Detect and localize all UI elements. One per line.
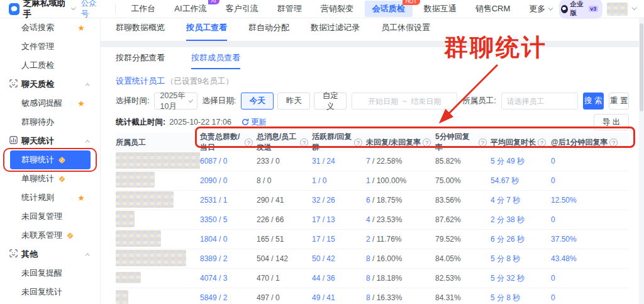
nav-item-5[interactable]: 会话质检HOT xyxy=(365,1,413,17)
scrollbar-thumb[interactable] xyxy=(640,23,643,111)
active-groups-cell-value[interactable]: 44 / 36 xyxy=(312,274,335,283)
sidebar-item-2[interactable]: 人工质检 xyxy=(0,56,100,75)
set-statistics-staff-link[interactable]: 设置统计员工 xyxy=(116,76,165,87)
unreplied-count[interactable]: 6 xyxy=(366,196,370,205)
unreplied-count[interactable]: 8 xyxy=(366,274,370,283)
unreplied-count[interactable]: 8 xyxy=(366,293,370,302)
total-groups-cell-value[interactable]: 4074 / 3 xyxy=(200,274,227,283)
nav-item-7[interactable]: 销售CRM xyxy=(468,1,518,17)
tab-群自动分配[interactable]: 群自动分配 xyxy=(248,22,289,41)
active-groups-cell-value[interactable]: 1 / 0 xyxy=(312,176,326,185)
total-groups-cell-value[interactable]: 2531 / 1 xyxy=(200,196,227,205)
avg-reply-time-cell-value[interactable]: 5 分 32 秒 xyxy=(491,274,525,283)
sidebar-item-13[interactable]: 未回复提醒 xyxy=(0,264,100,283)
total-groups-cell-value[interactable]: 1804 / 0 xyxy=(200,235,227,244)
unreplied-count[interactable]: 1 xyxy=(366,176,370,185)
staff-select-input[interactable] xyxy=(501,93,578,110)
total-groups-cell-value[interactable]: 5849 / 2 xyxy=(200,293,227,302)
active-groups-cell-value[interactable]: 32 / 26 xyxy=(312,196,335,205)
at-reply-rate-cell-value[interactable]: 0 xyxy=(551,176,555,185)
active-groups-cell-value[interactable]: 17 / 13 xyxy=(312,215,335,224)
account-type-link[interactable]: 公众号 xyxy=(81,0,102,20)
sidebar-item-9[interactable]: 统计规则★ xyxy=(0,188,100,207)
nav-item-6[interactable]: 数据互通 xyxy=(416,1,464,17)
export-button[interactable]: 导 出 xyxy=(594,114,629,130)
info-icon[interactable]: ? xyxy=(609,138,618,147)
sidebar-item-1[interactable]: 文件管理 xyxy=(0,37,100,56)
tab-员工休假设置[interactable]: 员工休假设置 xyxy=(381,22,430,41)
at-reply-rate-cell-value[interactable]: 43.48% xyxy=(551,254,577,263)
at-reply-rate-cell-value[interactable]: 0 xyxy=(551,293,555,302)
sidebar-section-12[interactable]: 其他 xyxy=(0,245,100,264)
sidebar-item-11[interactable]: 未联系管理 xyxy=(0,226,100,245)
sidebar-item-8[interactable]: 单聊统计 xyxy=(0,169,100,188)
search-button[interactable]: 搜 索 xyxy=(583,93,604,110)
chevron-down-icon[interactable] xyxy=(632,6,637,11)
active-groups-cell-value[interactable]: 17 / 15 xyxy=(312,235,335,244)
nav-item-1[interactable]: AI工作流AI xyxy=(167,1,214,17)
sidebar-item-0[interactable]: 会话搜索★ xyxy=(0,18,100,37)
unreplied-count[interactable]: 8 xyxy=(366,254,370,263)
stats-deadline-value: 2025-10-22 17:06 xyxy=(169,118,231,127)
sidebar-item-4[interactable]: 敏感词提醒★ xyxy=(0,94,100,113)
employee-name-cell xyxy=(116,250,200,268)
tab-群聊数据概览[interactable]: 群聊数据概览 xyxy=(116,22,165,41)
nav-item-3[interactable]: 群管理 xyxy=(270,1,309,17)
chevron-down-icon xyxy=(548,5,553,10)
at-reply-rate-cell-value[interactable]: 37.50% xyxy=(551,235,577,244)
total-groups-cell-value[interactable]: 3350 / 5 xyxy=(200,215,227,224)
at-reply-rate-cell-value[interactable]: 0 xyxy=(551,215,555,224)
reset-button[interactable]: 重 置 xyxy=(609,93,629,110)
info-icon[interactable]: ? xyxy=(538,138,546,147)
nav-item-2[interactable]: 客户引流 xyxy=(218,1,266,17)
avatar[interactable] xyxy=(607,3,628,16)
tab-按员工查看[interactable]: 按员工查看 xyxy=(186,22,227,41)
date-button-0[interactable]: 今天 xyxy=(241,93,274,110)
at-reply-rate-cell-value[interactable]: 0 xyxy=(551,274,555,283)
avg-reply-time-cell-value[interactable]: 5 分 8 秒 xyxy=(491,254,520,263)
avg-reply-time-cell-value[interactable]: 54.67 秒 xyxy=(491,176,519,185)
info-icon[interactable]: ? xyxy=(300,138,308,147)
active-groups-cell-value[interactable]: 49 / 41 xyxy=(312,293,335,302)
info-icon[interactable]: ? xyxy=(423,138,431,147)
total-groups-cell-value[interactable]: 6087 / 0 xyxy=(200,157,227,166)
avg-reply-time-cell-value[interactable]: 5 分 49 秒 xyxy=(491,157,525,166)
info-icon[interactable]: ? xyxy=(245,138,253,147)
avg-reply-time-cell-value[interactable]: 2 分 38 秒 xyxy=(491,215,525,224)
total-messages-cell: 226 / 66 xyxy=(257,215,312,224)
nav-item-4[interactable]: 营销裂变 xyxy=(313,1,361,17)
nav-item-8[interactable]: 更多 xyxy=(521,1,559,17)
total-groups-cell-value[interactable]: 2090 / 0 xyxy=(200,176,227,185)
sidebar-item-7[interactable]: 群聊统计 xyxy=(10,150,91,169)
refresh-control[interactable]: 更新 xyxy=(242,117,267,128)
sidebar-section-3[interactable]: 聊天质检 xyxy=(0,75,100,94)
unreplied-count[interactable]: 4 xyxy=(366,215,370,224)
sidebar-item-14[interactable]: 未回复统计 xyxy=(0,283,100,301)
avg-reply-time-cell-value[interactable]: 4 分 7 秒 xyxy=(491,196,520,205)
avg-reply-time-cell-value[interactable]: 6 分 26 秒 xyxy=(491,235,525,244)
brand-switcher[interactable]: 芝麻私域助手 公众号 xyxy=(0,0,108,20)
total-messages-cell-value: 226 / 66 xyxy=(257,215,284,224)
total-groups-cell-value[interactable]: 8389 / 2 xyxy=(200,254,227,263)
sidebar-item-10[interactable]: 未回复管理 xyxy=(0,207,100,226)
month-select[interactable]: 2025年10月 xyxy=(154,93,197,110)
subtab-按群分配查看[interactable]: 按群分配查看 xyxy=(116,52,165,69)
date-button-1[interactable]: 昨天 xyxy=(277,93,310,110)
subtab-按群成员查看[interactable]: 按群成员查看 xyxy=(191,52,240,69)
tab-数据过滤记录[interactable]: 数据过滤记录 xyxy=(311,22,360,41)
sidebar-item-5[interactable]: 群聊待办 xyxy=(0,113,100,132)
unreplied-count[interactable]: 2 xyxy=(366,235,370,244)
active-groups-cell-value[interactable]: 31 / 24 xyxy=(312,157,335,166)
unreplied-count[interactable]: 7 xyxy=(366,157,370,166)
date-range-input[interactable] xyxy=(352,93,457,110)
date-button-2[interactable]: 自定义 xyxy=(314,93,347,110)
info-icon[interactable]: ? xyxy=(479,138,487,147)
sidebar-section-6[interactable]: 聊天统计 xyxy=(0,132,100,150)
avg-reply-time-cell-value[interactable]: 5 分 8 秒 xyxy=(491,293,520,302)
active-groups-cell-value[interactable]: 50 / 42 xyxy=(312,254,335,263)
at-reply-rate-cell-value[interactable]: 0 xyxy=(551,157,555,166)
nav-item-0[interactable]: 工作台 xyxy=(123,1,163,17)
info-icon[interactable]: ? xyxy=(354,138,362,147)
at-reply-rate-cell-value[interactable]: 12.50% xyxy=(551,196,577,205)
plan-badge[interactable]: 企业版 v3 xyxy=(559,0,602,19)
